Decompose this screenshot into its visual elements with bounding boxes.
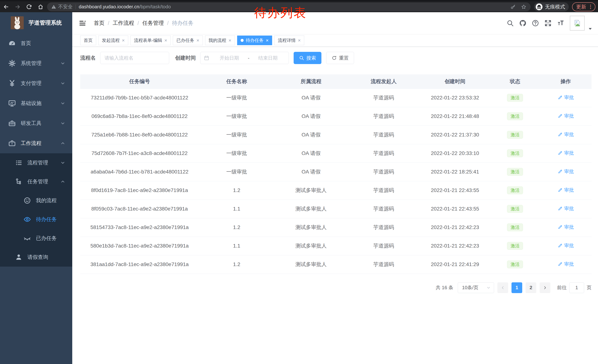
cell-process: 测试多审批人: [274, 218, 348, 237]
cell-process: OA 请假: [274, 89, 348, 107]
search-button[interactable]: 搜索: [294, 52, 321, 64]
tab-form-edit[interactable]: 流程表单-编辑×: [130, 36, 171, 45]
tree-icon: [15, 178, 23, 186]
sidebar-item-leave-query[interactable]: 请假查询: [0, 248, 72, 267]
bookmark-star-icon[interactable]: [521, 4, 526, 10]
goto-label: 前往: [557, 284, 567, 291]
tab-close-icon[interactable]: ×: [122, 38, 125, 43]
reset-refresh-icon: [332, 55, 337, 61]
breadcrumb-item[interactable]: 首页: [94, 19, 105, 27]
annotation-todo-list: 待办列表: [254, 4, 307, 21]
table-row: 75d72608-7b7f-11ec-a3c8-acde48001122一级审批…: [80, 144, 591, 162]
approve-action[interactable]: 审批: [558, 242, 574, 249]
sidebar-item-devtools[interactable]: 研发工具: [0, 113, 72, 133]
sidebar-item-home[interactable]: 首页: [0, 33, 72, 53]
table-row: 069c6a63-7b8a-11ec-8ef0-acde48001122一级审批…: [80, 107, 591, 126]
sidebar-item-done-task[interactable]: 已办任务: [0, 229, 72, 248]
cell-task-id: 58154733-7ac8-11ec-a9e2-a2380e71991a: [80, 218, 199, 237]
browser-update-button[interactable]: 更新: [572, 2, 595, 11]
table-row: 8f059c03-7ac8-11ec-a9e2-a2380e71991a1.1测…: [80, 200, 591, 218]
approve-action[interactable]: 审批: [558, 150, 574, 156]
browser-menu-icon[interactable]: [588, 4, 594, 10]
page-size-select[interactable]: 10条/页: [458, 282, 494, 293]
tab-label: 首页: [84, 37, 93, 43]
avatar-caret-icon[interactable]: [588, 26, 593, 32]
sidebar-item-label: 流程管理: [27, 159, 48, 166]
security-label: 不安全: [58, 4, 73, 10]
sidebar-item-payment[interactable]: 支付管理: [0, 73, 72, 93]
sidebar-item-label: 研发工具: [21, 120, 42, 127]
search-icon[interactable]: [507, 19, 514, 27]
page-button-2[interactable]: 2: [526, 282, 536, 293]
cell-task-id: 069c6a63-7b8a-11ec-8ef0-acde48001122: [80, 107, 199, 126]
status-badge: 激活: [507, 168, 523, 176]
reset-button[interactable]: 重置: [326, 52, 354, 64]
back-icon[interactable]: [3, 4, 9, 10]
github-icon[interactable]: [519, 19, 526, 27]
tab-label: 发起流程: [102, 37, 120, 43]
sidebar-item-infrastructure[interactable]: 基础设施: [0, 93, 72, 113]
tab-todo-tasks[interactable]: 待办任务×: [237, 36, 272, 45]
tab-done-tasks[interactable]: 已办任务×: [173, 36, 203, 45]
tab-label: 待办任务: [246, 37, 264, 43]
date-range-input[interactable]: 开始日期 - 结束日期: [200, 52, 289, 64]
help-icon[interactable]: [532, 19, 539, 27]
sidebar-item-process-mgmt[interactable]: 流程管理: [0, 153, 72, 172]
sidebar-item-system[interactable]: 系统管理: [0, 53, 72, 73]
approve-action[interactable]: 审批: [558, 168, 574, 175]
approve-action[interactable]: 审批: [558, 261, 574, 267]
tab-label: 已办任务: [176, 37, 194, 43]
approve-action[interactable]: 审批: [558, 131, 574, 138]
font-size-icon[interactable]: [557, 19, 564, 27]
avatar[interactable]: [570, 16, 585, 31]
tab-close-icon[interactable]: ×: [164, 38, 167, 43]
approve-action[interactable]: 审批: [558, 94, 574, 101]
page-button-1[interactable]: 1: [512, 282, 522, 293]
table-row: a6aba0a4-7b6d-11ec-b781-acde48001122一级审批…: [80, 162, 591, 181]
cell-created-time: 2022-01-22 23:53:32: [420, 89, 490, 107]
gear-icon: [8, 59, 16, 67]
cell-process: 测试多审批人: [274, 200, 348, 218]
sidebar-item-todo-task[interactable]: 待办任务: [0, 210, 72, 229]
password-key-icon[interactable]: [510, 4, 516, 10]
tab-start-process[interactable]: 发起流程×: [98, 36, 128, 45]
fullscreen-icon[interactable]: [544, 19, 552, 27]
tab-close-icon[interactable]: ×: [266, 38, 269, 43]
cell-task-id: 8f059c03-7ac8-11ec-a9e2-a2380e71991a: [80, 200, 199, 218]
forward-icon[interactable]: [15, 4, 21, 10]
edit-pencil-icon: [558, 187, 563, 193]
approve-action[interactable]: 审批: [558, 224, 574, 230]
cell-initiator: 芋道源码: [348, 162, 420, 181]
tab-close-icon[interactable]: ×: [229, 38, 231, 43]
reload-icon[interactable]: [26, 4, 32, 10]
cell-initiator: 芋道源码: [348, 126, 420, 144]
monitor-icon: [8, 99, 16, 107]
start-date-placeholder: 开始日期: [212, 55, 247, 61]
next-page-button[interactable]: [540, 282, 550, 293]
sidebar-item-task-mgmt[interactable]: 任务管理: [0, 172, 72, 191]
sidebar-item-my-process[interactable]: 我的流程: [0, 191, 72, 210]
tab-my-process[interactable]: 我的流程×: [205, 36, 235, 45]
process-name-input[interactable]: [100, 52, 169, 64]
sidebar-logo-row[interactable]: 芋道管理系统: [0, 12, 72, 33]
chevron-down-icon: [60, 121, 66, 126]
sidebar-item-workflow[interactable]: 工作流程: [0, 133, 72, 153]
edit-pencil-icon: [558, 132, 563, 137]
goto-page-input[interactable]: [569, 282, 584, 293]
breadcrumb-item[interactable]: 工作流程: [113, 19, 134, 27]
cell-task-name: 1.2: [199, 181, 274, 200]
approve-action[interactable]: 审批: [558, 205, 574, 212]
tab-close-icon[interactable]: ×: [196, 38, 199, 43]
tab-home[interactable]: 首页: [80, 36, 96, 45]
breadcrumb-separator: /: [167, 20, 169, 26]
tab-close-icon[interactable]: ×: [298, 38, 301, 43]
tab-process-detail[interactable]: 流程详情×: [274, 36, 304, 45]
cell-status: 激活: [490, 89, 540, 107]
prev-page-button[interactable]: [498, 282, 508, 293]
home-icon[interactable]: [37, 4, 44, 10]
approve-action[interactable]: 审批: [558, 113, 574, 119]
status-badge: 激活: [507, 112, 523, 120]
approve-action[interactable]: 审批: [558, 187, 574, 193]
sidebar-collapse-icon[interactable]: [79, 19, 86, 27]
breadcrumb-item[interactable]: 任务管理: [142, 19, 164, 27]
